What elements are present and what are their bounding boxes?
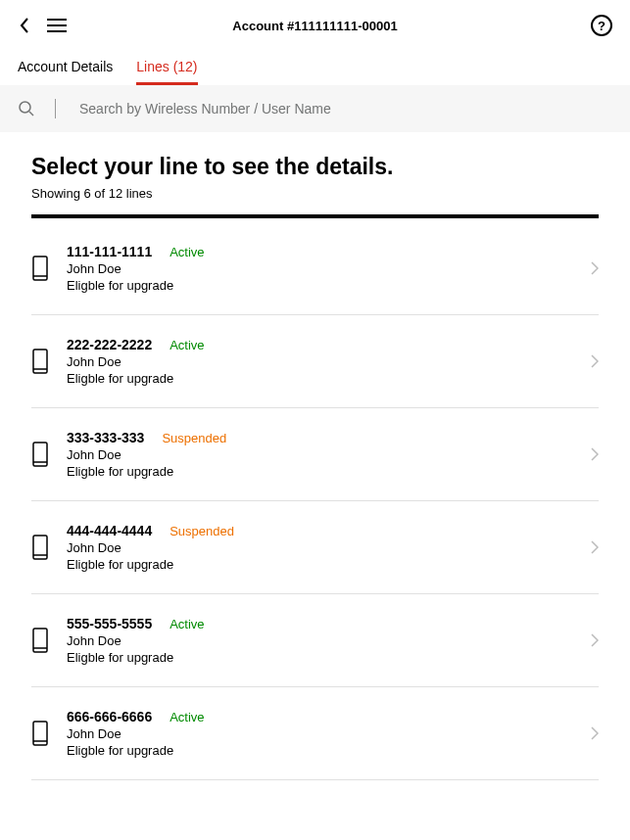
header-left [18, 17, 67, 34]
line-info: 444-444-4444 Suspended John Doe Eligble … [67, 523, 573, 572]
lines-list: 111-111-1111 Active John Doe Eligble for… [31, 218, 599, 780]
line-item[interactable]: 111-111-1111 Active John Doe Eligble for… [31, 218, 599, 315]
tab-account-details[interactable]: Account Details [18, 59, 113, 85]
line-info: 333-333-333 Suspended John Doe Eligble f… [67, 430, 573, 479]
line-eligible: Eligble for upgrade [67, 464, 573, 479]
line-user: John Doe [67, 354, 573, 369]
chevron-right-icon [591, 726, 599, 740]
line-item[interactable]: 444-444-4444 Suspended John Doe Eligble … [31, 501, 599, 594]
search-bar[interactable]: Search by Wireless Number / User Name [0, 85, 630, 132]
header: Account #111111111-00001 ? [0, 0, 630, 51]
line-eligible: Eligble for upgrade [67, 278, 573, 293]
phone-icon [31, 627, 49, 654]
chevron-right-icon [591, 447, 599, 461]
search-icon [18, 100, 35, 117]
phone-icon [31, 441, 49, 468]
line-status: Active [170, 338, 204, 352]
line-eligible: Eligble for upgrade [67, 650, 573, 665]
chevron-right-icon [591, 633, 599, 647]
chevron-right-icon [591, 540, 599, 554]
line-number: 555-555-5555 [67, 616, 152, 631]
chevron-right-icon [591, 354, 599, 368]
content-title: Select your line to see the details. [31, 154, 599, 180]
search-divider [55, 99, 56, 118]
line-number: 333-333-333 [67, 430, 144, 445]
line-eligible: Eligble for upgrade [67, 557, 573, 572]
line-status: Suspended [162, 431, 226, 445]
line-number: 222-222-2222 [67, 337, 152, 352]
line-item[interactable]: 666-666-6666 Active John Doe Eligble for… [31, 687, 599, 780]
tabs: Account Details Lines (12) [0, 51, 630, 85]
line-user: John Doe [67, 447, 573, 462]
line-info: 111-111-1111 Active John Doe Eligble for… [67, 244, 573, 293]
line-item[interactable]: 333-333-333 Suspended John Doe Eligble f… [31, 408, 599, 501]
svg-line-1 [29, 112, 33, 116]
page-title: Account #111111111-00001 [232, 19, 397, 33]
phone-icon [31, 255, 49, 282]
back-icon[interactable] [18, 17, 31, 34]
line-info: 555-555-5555 Active John Doe Eligble for… [67, 616, 573, 665]
line-item[interactable]: 222-222-2222 Active John Doe Eligble for… [31, 315, 599, 408]
line-info: 222-222-2222 Active John Doe Eligble for… [67, 337, 573, 386]
line-info: 666-666-6666 Active John Doe Eligble for… [67, 709, 573, 758]
line-item[interactable]: 555-555-5555 Active John Doe Eligble for… [31, 594, 599, 687]
chevron-right-icon [591, 261, 599, 275]
line-status: Suspended [170, 524, 234, 538]
line-status: Active [170, 245, 204, 259]
line-user: John Doe [67, 633, 573, 648]
content-subtitle: Showing 6 of 12 lines [31, 186, 599, 201]
phone-icon [31, 720, 49, 747]
line-user: John Doe [67, 540, 573, 555]
search-placeholder: Search by Wireless Number / User Name [79, 101, 331, 117]
line-eligible: Eligble for upgrade [67, 371, 573, 386]
line-number: 111-111-1111 [67, 244, 152, 259]
menu-icon[interactable] [47, 19, 67, 32]
help-icon[interactable]: ? [591, 15, 612, 36]
line-number: 444-444-4444 [67, 523, 152, 538]
line-status: Active [170, 617, 204, 631]
content: Select your line to see the details. Sho… [0, 132, 630, 780]
line-user: John Doe [67, 261, 573, 276]
phone-icon [31, 348, 49, 375]
svg-point-0 [20, 102, 30, 113]
line-eligible: Eligble for upgrade [67, 743, 573, 758]
line-user: John Doe [67, 726, 573, 741]
tab-lines[interactable]: Lines (12) [136, 59, 197, 85]
line-number: 666-666-6666 [67, 709, 152, 724]
phone-icon [31, 534, 49, 561]
line-status: Active [170, 710, 204, 724]
